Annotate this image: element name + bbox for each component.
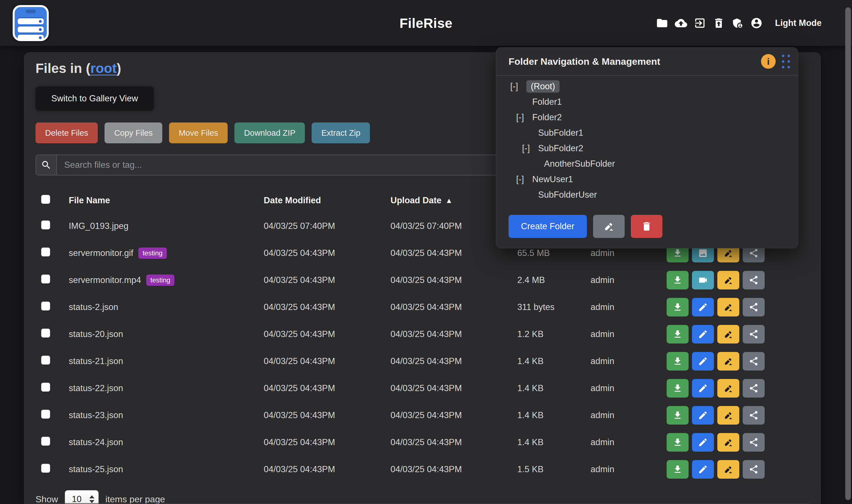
extract-zip-button[interactable]: Extract Zip <box>312 123 370 143</box>
row-checkbox[interactable] <box>41 383 50 392</box>
delete-folder-button[interactable] <box>631 215 662 238</box>
row-checkbox[interactable] <box>41 329 50 338</box>
edit-file-button[interactable] <box>692 298 714 317</box>
create-folder-button[interactable]: Create Folder <box>508 215 587 238</box>
tree-expand-toggle[interactable]: [-] <box>516 112 529 123</box>
edit-file-button[interactable] <box>692 352 714 371</box>
row-checkbox[interactable] <box>41 464 50 473</box>
download-button[interactable] <box>666 433 689 452</box>
info-icon[interactable] <box>761 54 776 69</box>
tree-expand-toggle[interactable]: [-] <box>510 82 523 91</box>
folder-tree-item[interactable]: SubFolder1 <box>496 125 798 141</box>
download-button[interactable] <box>666 271 689 289</box>
drag-handle-icon[interactable] <box>782 55 790 68</box>
upload-date: 04/03/25 04:43PM <box>390 437 517 447</box>
video-preview-button[interactable] <box>692 271 714 289</box>
rename-button[interactable] <box>717 352 739 371</box>
row-checkbox[interactable] <box>41 410 50 419</box>
file-size: 1.4 KB <box>517 410 591 420</box>
share-button[interactable] <box>743 325 765 343</box>
column-upload-date[interactable]: Upload Date <box>390 195 441 205</box>
download-button[interactable] <box>666 298 689 317</box>
folder-tree-item[interactable]: [-] NewUser1 <box>496 172 798 187</box>
tree-expand-toggle[interactable]: [-] <box>522 143 535 154</box>
row-checkbox[interactable] <box>41 220 50 230</box>
row-checkbox[interactable] <box>41 274 50 284</box>
header-actions: Light Mode <box>656 0 821 46</box>
rename-button[interactable] <box>717 298 739 317</box>
file-size: 65.5 MB <box>517 248 591 258</box>
folder-name: AnotherSubFolder <box>544 159 615 169</box>
edit-file-button[interactable] <box>692 325 714 343</box>
app-logo[interactable] <box>13 5 49 41</box>
folder-tree-item[interactable]: [-] SubFolder2 <box>496 141 798 156</box>
uploader: admin <box>591 383 666 393</box>
download-button[interactable] <box>666 406 689 425</box>
share-button[interactable] <box>743 298 765 317</box>
page-scrollbar[interactable] <box>845 7 851 500</box>
share-button[interactable] <box>743 460 765 479</box>
admin-shield-icon[interactable] <box>731 17 744 30</box>
download-button[interactable] <box>666 352 689 371</box>
file-name: status-21.json <box>69 356 123 366</box>
uploader: admin <box>591 464 666 474</box>
move-files-button[interactable]: Move Files <box>169 123 228 143</box>
share-button[interactable] <box>743 352 765 371</box>
folder-tree-item[interactable]: SubFolderUser <box>496 187 798 202</box>
folder-tree-item[interactable]: [-] (Root) <box>496 78 798 94</box>
rename-button[interactable] <box>717 433 739 452</box>
date-modified: 04/03/25 04:43PM <box>264 302 390 312</box>
rename-button[interactable] <box>717 379 739 398</box>
file-name: status-2.json <box>69 302 118 312</box>
sort-ascending-icon: ▲ <box>446 196 453 205</box>
tree-expand-toggle[interactable]: [-] <box>516 174 529 184</box>
share-button[interactable] <box>743 406 765 425</box>
folder-tree-item[interactable]: [-] Folder2 <box>496 110 798 125</box>
rename-button[interactable] <box>717 271 739 289</box>
row-checkbox[interactable] <box>41 302 50 310</box>
uploader: admin <box>591 410 666 420</box>
row-checkbox[interactable] <box>41 356 50 365</box>
switch-gallery-view-button[interactable]: Switch to Gallery View <box>35 87 154 111</box>
column-date-modified[interactable]: Date Modified <box>264 195 321 205</box>
uploader: admin <box>591 248 666 258</box>
column-file-name[interactable]: File Name <box>69 195 110 205</box>
date-modified: 04/03/25 07:40PM <box>264 221 390 231</box>
edit-file-button[interactable] <box>692 460 714 479</box>
trash-icon <box>641 221 652 232</box>
rename-button[interactable] <box>717 460 739 479</box>
folder-tree-item[interactable]: Folder1 <box>496 94 798 110</box>
row-checkbox[interactable] <box>41 248 50 256</box>
rename-button[interactable] <box>717 325 739 343</box>
cloud-upload-icon[interactable] <box>675 17 688 30</box>
download-button[interactable] <box>666 460 689 479</box>
table-row: servermonitor.mp4testing 04/03/25 04:43P… <box>35 267 809 294</box>
edit-file-button[interactable] <box>692 433 714 452</box>
rename-folder-button[interactable] <box>593 215 625 238</box>
download-zip-button[interactable]: Download ZIP <box>234 123 305 143</box>
search-input[interactable] <box>57 155 505 175</box>
copy-files-button[interactable]: Copy Files <box>105 123 162 143</box>
share-button[interactable] <box>743 379 765 398</box>
logout-icon[interactable] <box>693 17 706 30</box>
upload-date: 04/03/25 04:43PM <box>390 275 517 285</box>
root-folder-link[interactable]: root <box>90 61 117 76</box>
select-all-checkbox[interactable] <box>41 195 50 204</box>
download-button[interactable] <box>666 325 689 343</box>
share-button[interactable] <box>743 271 765 289</box>
folder-icon[interactable] <box>656 17 668 30</box>
file-size: 1.4 KB <box>517 383 591 393</box>
items-per-page-select[interactable]: 10 <box>65 490 99 504</box>
restore-trash-icon[interactable] <box>712 17 725 30</box>
delete-files-button[interactable]: Delete Files <box>35 123 98 143</box>
edit-file-button[interactable] <box>692 379 714 398</box>
row-checkbox[interactable] <box>41 437 50 446</box>
share-button[interactable] <box>743 433 765 452</box>
folder-name: SubFolder1 <box>538 128 583 138</box>
folder-tree-item[interactable]: AnotherSubFolder <box>496 156 798 172</box>
account-icon[interactable] <box>750 17 763 30</box>
rename-button[interactable] <box>717 406 739 425</box>
download-button[interactable] <box>666 379 689 398</box>
edit-file-button[interactable] <box>692 406 714 425</box>
light-mode-toggle[interactable]: Light Mode <box>775 18 821 28</box>
